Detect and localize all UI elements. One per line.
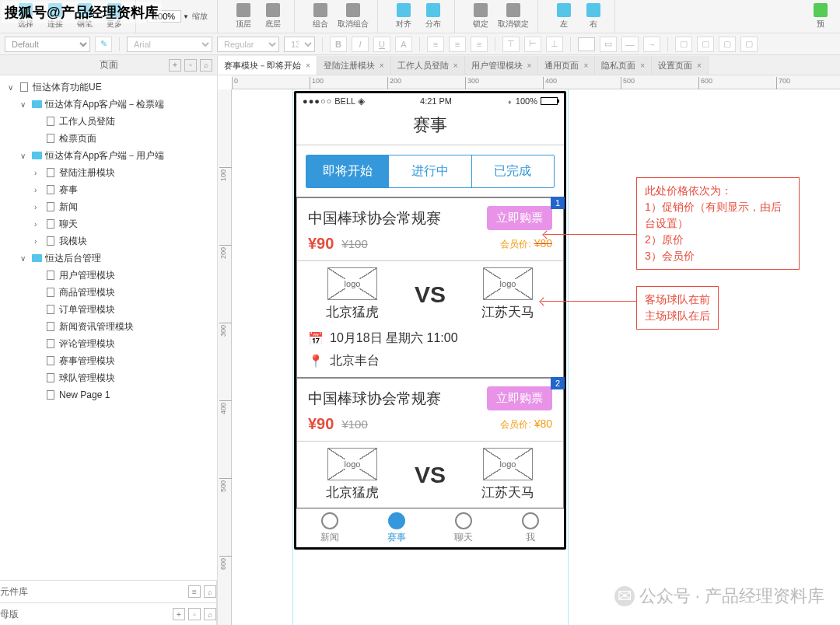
close-icon[interactable]: ×	[306, 61, 310, 70]
tree-toggle-icon[interactable]: ›	[34, 237, 42, 246]
align-left-text[interactable]: ≡	[427, 37, 444, 52]
ungroup-btn[interactable]: 取消组合	[335, 2, 371, 31]
tree-toggle-icon[interactable]: ∨	[20, 254, 28, 263]
widgets-tab[interactable]: 元件库≡⌕	[0, 581, 217, 602]
ruler-horizontal[interactable]: 0100200300400500600700	[232, 75, 840, 89]
tree-item[interactable]: ∨恒达后台管理	[0, 250, 217, 267]
tree-item[interactable]: 用户管理模块	[0, 267, 217, 284]
valign-top[interactable]: ⊤	[502, 37, 520, 52]
tree-item[interactable]: New Page 1	[0, 386, 217, 403]
document-tab[interactable]: 隐私页面×	[595, 56, 652, 75]
close-icon[interactable]: ×	[527, 61, 532, 70]
document-tab[interactable]: 通用页面×	[538, 56, 595, 75]
preview-btn[interactable]: 预	[806, 2, 835, 31]
valign-mid[interactable]: ⊢	[524, 37, 541, 52]
add-icon[interactable]: +	[173, 608, 185, 620]
event-card[interactable]: 2 中国棒球协会常规赛 立即购票 ¥90 ¥100 会员价: ¥80	[296, 377, 564, 508]
tab-finished[interactable]: 已完成	[472, 155, 554, 187]
tab-ongoing[interactable]: 进行中	[389, 155, 471, 187]
bring-front[interactable]: 顶层	[229, 2, 258, 31]
document-tab[interactable]: 登陆注册模块×	[317, 56, 391, 75]
color-btn[interactable]: A	[395, 37, 412, 52]
tree-toggle-icon[interactable]: ∨	[20, 152, 28, 160]
align-right-text[interactable]: ≡	[471, 37, 488, 52]
tree-toggle-icon[interactable]: ∨	[20, 100, 28, 109]
tree-toggle-icon[interactable]: ›	[34, 169, 42, 177]
guide-line[interactable]	[568, 89, 569, 625]
group-btn[interactable]: 组合	[306, 2, 335, 31]
valign-bot[interactable]: ⊥	[546, 37, 563, 52]
phone-mockup[interactable]: ●●●○○ BELL ◈ 4:21 PM ⬧ 100% 赛事 即将开始 进行中 …	[294, 91, 566, 550]
tree-toggle-icon[interactable]: ∨	[8, 83, 16, 92]
design-canvas[interactable]: ●●●○○ BELL ◈ 4:21 PM ⬧ 100% 赛事 即将开始 进行中 …	[232, 89, 840, 625]
tree-item[interactable]: 订单管理模块	[0, 301, 217, 318]
tree-toggle-icon[interactable]: ›	[34, 203, 42, 211]
event-card[interactable]: 1 中国棒球协会常规赛 立即购票 ¥90 ¥100 会员价: ¥80	[296, 197, 564, 378]
arrow-style[interactable]: →	[643, 37, 660, 52]
search-icon[interactable]: ⌕	[204, 585, 216, 598]
border-vis2[interactable]: ▢	[697, 37, 714, 52]
document-tab[interactable]: 赛事模块－即将开始×	[218, 56, 317, 75]
align-left-btn[interactable]: 左	[549, 2, 579, 31]
search-icon[interactable]: ⌕	[204, 608, 216, 620]
unlock-btn[interactable]: 取消锁定	[495, 2, 531, 31]
search-icon[interactable]: ⌕	[200, 59, 212, 72]
tab-upcoming[interactable]: 即将开始	[306, 155, 389, 187]
weight-select[interactable]: Regular	[217, 37, 279, 52]
add-page-icon[interactable]: +	[169, 59, 181, 72]
tree-toggle-icon[interactable]: ›	[34, 186, 42, 194]
masters-tab[interactable]: 母版+▫⌕	[0, 603, 217, 625]
fill-color[interactable]	[578, 37, 595, 51]
bold-btn[interactable]: B	[330, 37, 347, 52]
tree-item[interactable]: ›新闻	[0, 198, 217, 215]
tree-item[interactable]: ∨恒达体育App客户端－检票端	[0, 96, 217, 113]
send-back[interactable]: 底层	[258, 2, 288, 31]
close-icon[interactable]: ×	[697, 61, 702, 70]
guide-line[interactable]	[292, 89, 293, 625]
tree-item[interactable]: ›登陆注册模块	[0, 164, 217, 181]
buy-ticket-button[interactable]: 立即购票	[487, 206, 552, 230]
style-select[interactable]: Default	[5, 37, 90, 52]
border-vis1[interactable]: ▢	[675, 37, 692, 52]
border-btn[interactable]: ▭	[600, 37, 617, 52]
close-icon[interactable]: ×	[583, 61, 588, 70]
nav-events[interactable]: 赛事	[363, 512, 430, 544]
document-tab[interactable]: 用户管理模块×	[465, 56, 539, 75]
tree-item[interactable]: ∨恒达体育App客户端－用户端	[0, 147, 217, 164]
tree-toggle-icon[interactable]: ›	[34, 220, 42, 229]
line-style[interactable]: —	[621, 37, 639, 52]
document-tab[interactable]: 设置页面×	[652, 56, 709, 75]
tree-item[interactable]: 球队管理模块	[0, 369, 217, 386]
align-btn[interactable]: 对齐	[389, 2, 418, 31]
tree-item[interactable]: 商品管理模块	[0, 284, 217, 301]
tree-item[interactable]: 检票页面	[0, 130, 217, 147]
annotation-teams[interactable]: 客场球队在前 主场球队在后	[636, 286, 719, 330]
close-icon[interactable]: ×	[640, 61, 645, 70]
distribute-btn[interactable]: 分布	[418, 2, 448, 31]
size-select[interactable]: 13	[284, 37, 315, 52]
underline-btn[interactable]: U	[373, 37, 390, 52]
border-vis4[interactable]: ▢	[740, 37, 758, 52]
tree-item[interactable]: ›聊天	[0, 215, 217, 232]
folder-icon[interactable]: ▫	[188, 608, 201, 620]
align-right-btn[interactable]: 右	[579, 2, 608, 31]
nav-news[interactable]: 新闻	[296, 512, 363, 544]
list-icon[interactable]: ≡	[188, 585, 201, 598]
tree-item[interactable]: ›我模块	[0, 232, 217, 250]
align-center-text[interactable]: ≡	[449, 37, 466, 52]
close-icon[interactable]: ×	[453, 61, 458, 70]
ruler-vertical[interactable]: 100200300400500600	[218, 89, 232, 625]
tree-item[interactable]: 新闻资讯管理模块	[0, 318, 217, 335]
tree-item[interactable]: 赛事管理模块	[0, 352, 217, 369]
tree-item[interactable]: 工作人员登陆	[0, 113, 217, 130]
nav-chat[interactable]: 聊天	[430, 512, 497, 544]
border-vis3[interactable]: ▢	[719, 37, 736, 52]
tree-item[interactable]: 评论管理模块	[0, 335, 217, 352]
close-icon[interactable]: ×	[380, 61, 384, 70]
document-tab[interactable]: 工作人员登陆×	[391, 56, 465, 75]
tree-item[interactable]: ›赛事	[0, 181, 217, 198]
buy-ticket-button[interactable]: 立即购票	[487, 386, 552, 410]
lock-btn[interactable]: 锁定	[466, 2, 495, 31]
tree-item[interactable]: ∨恒达体育功能UE	[0, 79, 217, 96]
pages-tree[interactable]: ∨恒达体育功能UE∨恒达体育App客户端－检票端工作人员登陆检票页面∨恒达体育A…	[0, 75, 217, 580]
